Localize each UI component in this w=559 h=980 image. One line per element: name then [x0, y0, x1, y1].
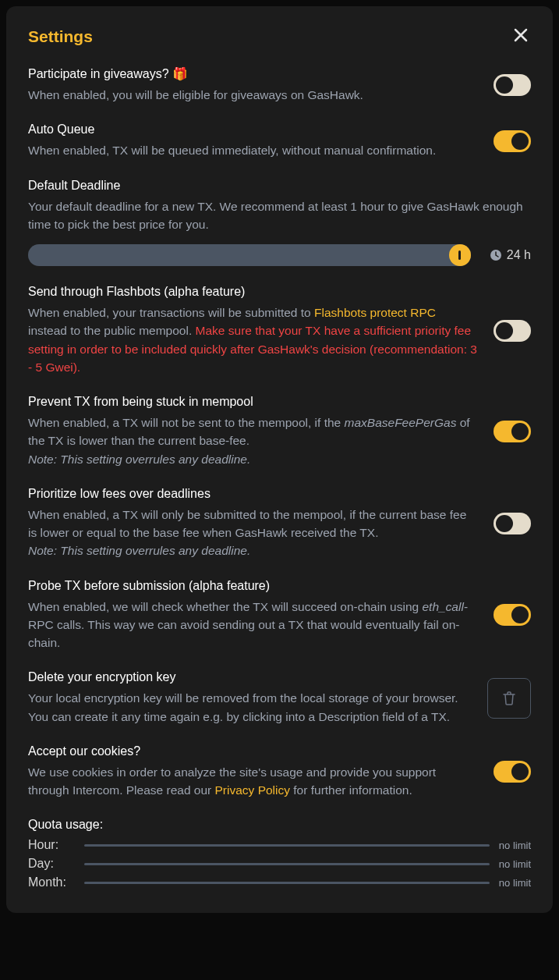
setting-desc: When enabled, your transactions will be … — [28, 304, 478, 376]
settings-modal: Settings Participate in giveaways? 🎁 Whe… — [6, 6, 553, 913]
close-button[interactable] — [511, 25, 531, 48]
setting-title: Prioritize low fees over deadlines — [28, 487, 478, 501]
setting-prevent-stuck: Prevent TX from being stuck in mempool W… — [28, 395, 531, 468]
setting-desc: When enabled, TX will be queued immediat… — [28, 141, 478, 159]
quota-limit: no limit — [499, 840, 531, 851]
deadline-value-label: 24 h — [490, 248, 531, 262]
setting-desc: Your local encryption key will be remove… — [28, 689, 472, 726]
setting-quota: Quota usage: Hour: no limit Day: no limi… — [28, 818, 531, 889]
setting-title: Delete your encryption key — [28, 670, 472, 684]
deadline-value: 24 h — [507, 248, 531, 262]
setting-title: Probe TX before submission (alpha featur… — [28, 579, 478, 593]
setting-desc: When enabled, a TX will only be submitte… — [28, 506, 478, 560]
setting-prioritize-low: Prioritize low fees over deadlines When … — [28, 487, 531, 560]
prioritize-low-toggle[interactable] — [494, 513, 531, 534]
probe-toggle[interactable] — [494, 604, 531, 626]
setting-title: Send through Flashbots (alpha feature) — [28, 285, 478, 299]
setting-cookies: Accept our cookies? We use cookies in or… — [28, 744, 531, 800]
setting-flashbots: Send through Flashbots (alpha feature) W… — [28, 285, 531, 376]
quota-bar — [84, 882, 490, 884]
setting-auto-queue: Auto Queue When enabled, TX will be queu… — [28, 123, 531, 159]
close-icon — [514, 28, 528, 42]
trash-icon — [502, 691, 516, 705]
setting-title: Auto Queue — [28, 123, 478, 137]
quota-label: Hour: — [28, 838, 75, 852]
flashbots-link[interactable]: Flashbots protect RPC — [314, 306, 436, 319]
quota-bar — [84, 844, 490, 847]
flashbots-toggle[interactable] — [494, 320, 531, 342]
quota-row-hour: Hour: no limit — [28, 838, 531, 852]
setting-title: Prevent TX from being stuck in mempool — [28, 395, 478, 409]
delete-key-button[interactable] — [487, 678, 531, 719]
setting-title: Quota usage: — [28, 818, 531, 832]
setting-desc: When enabled, you will be eligible for g… — [28, 86, 478, 104]
setting-delete-key: Delete your encryption key Your local en… — [28, 670, 531, 726]
quota-label: Month: — [28, 875, 75, 889]
clock-icon — [490, 249, 502, 261]
auto-queue-toggle[interactable] — [494, 130, 531, 152]
slider-thumb[interactable] — [449, 244, 471, 266]
privacy-policy-link[interactable]: Privacy Policy — [215, 783, 290, 797]
quota-row-month: Month: no limit — [28, 875, 531, 889]
quota-limit: no limit — [499, 858, 531, 870]
modal-title: Settings — [28, 27, 93, 46]
modal-header: Settings — [28, 25, 531, 48]
prevent-stuck-toggle[interactable] — [494, 421, 531, 442]
setting-desc: When enabled, we will check whether the … — [28, 598, 478, 652]
giveaways-toggle[interactable] — [494, 74, 531, 96]
quota-limit: no limit — [499, 877, 531, 889]
quota-label: Day: — [28, 857, 75, 871]
cookies-toggle[interactable] — [494, 761, 531, 783]
setting-title: Participate in giveaways? 🎁 — [28, 66, 478, 81]
quota-bar — [84, 863, 490, 865]
setting-giveaways: Participate in giveaways? 🎁 When enabled… — [28, 66, 531, 104]
setting-title: Default Deadline — [28, 179, 531, 193]
deadline-slider[interactable] — [28, 244, 471, 266]
setting-desc: Your default deadline for a new TX. We r… — [28, 197, 531, 234]
setting-probe: Probe TX before submission (alpha featur… — [28, 579, 531, 652]
setting-desc: We use cookies in order to analyze the s… — [28, 763, 478, 800]
setting-deadline: Default Deadline Your default deadline f… — [28, 179, 531, 267]
setting-title: Accept our cookies? — [28, 744, 478, 758]
quota-row-day: Day: no limit — [28, 857, 531, 871]
setting-desc: When enabled, a TX will not be sent to t… — [28, 414, 478, 468]
